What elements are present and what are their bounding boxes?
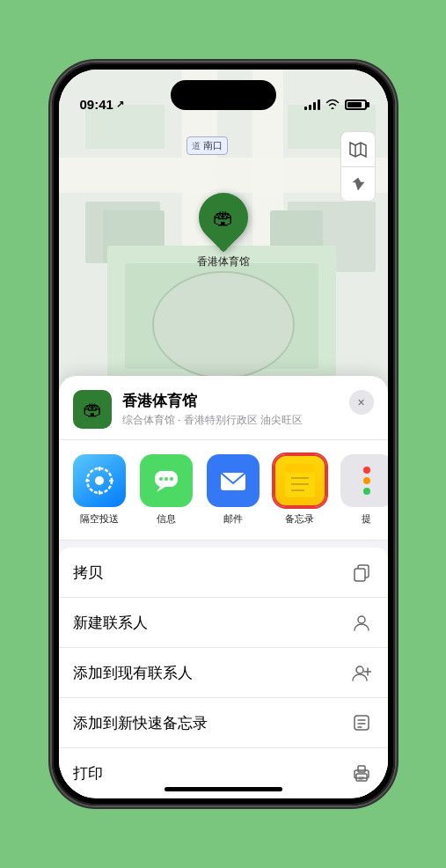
- phone-screen: 09:41 ↗: [59, 70, 388, 798]
- svg-point-33: [356, 666, 363, 673]
- more-dot-red: [363, 467, 370, 474]
- messages-icon-wrap: [140, 454, 193, 507]
- venue-subtitle: 综合体育馆 · 香港特别行政区 油尖旺区: [122, 413, 374, 428]
- location-arrow-icon: ↗: [116, 99, 124, 110]
- svg-marker-20: [157, 487, 165, 492]
- venue-header: 🏟 香港体育馆 综合体育馆 · 香港特别行政区 油尖旺区 ×: [59, 376, 388, 440]
- signal-bar-2: [309, 105, 311, 110]
- svg-rect-26: [285, 464, 315, 473]
- share-item-airdrop[interactable]: 隔空投送: [69, 454, 129, 526]
- location-marker: 🏟 香港体育馆: [197, 193, 250, 269]
- more-dot-green: [363, 488, 370, 495]
- marker-pin: 🏟: [188, 182, 258, 252]
- action-quick-note[interactable]: 添加到新快速备忘录: [59, 698, 388, 748]
- note-icon: [349, 710, 374, 735]
- action-add-existing[interactable]: 添加到现有联系人: [59, 648, 388, 698]
- share-item-notes[interactable]: 备忘录: [270, 454, 330, 526]
- time-display: 09:41: [80, 97, 113, 112]
- action-quick-note-text: 添加到新快速备忘录: [73, 713, 208, 733]
- home-indicator: [165, 787, 282, 791]
- phone-frame: 09:41 ↗: [52, 63, 395, 805]
- action-copy-text: 拷贝: [73, 563, 103, 583]
- road-label: 道 南口: [186, 136, 228, 155]
- marker-icon: 🏟: [213, 205, 234, 230]
- action-add-existing-text: 添加到现有联系人: [73, 663, 193, 683]
- messages-label: 信息: [157, 512, 176, 526]
- svg-point-23: [170, 477, 173, 481]
- share-row: 隔空投送 信息: [59, 440, 388, 541]
- status-icons: [304, 98, 367, 112]
- bottom-sheet: 🏟 香港体育馆 综合体育馆 · 香港特别行政区 油尖旺区 ×: [59, 376, 388, 798]
- battery-icon: [345, 99, 367, 110]
- map-view-btn[interactable]: [340, 131, 376, 166]
- person-add-icon: [349, 660, 374, 685]
- more-dot-orange: [363, 477, 370, 484]
- map-controls: [340, 131, 376, 202]
- signal-bar-3: [313, 102, 316, 110]
- signal-bars: [304, 99, 320, 110]
- dynamic-island: [171, 80, 276, 110]
- mail-icon-wrap: [207, 454, 260, 507]
- venue-icon: 🏟: [73, 390, 112, 429]
- action-new-contact[interactable]: 新建联系人: [59, 598, 388, 648]
- action-copy[interactable]: 拷贝: [59, 548, 388, 598]
- signal-bar-1: [304, 107, 307, 110]
- action-list: 拷贝 新建联系人: [59, 548, 388, 798]
- signal-bar-4: [318, 99, 320, 110]
- location-btn[interactable]: [340, 166, 376, 202]
- more-label: 提: [362, 512, 371, 526]
- wifi-icon: [325, 98, 340, 112]
- svg-point-14: [95, 476, 104, 485]
- printer-icon: [349, 761, 374, 785]
- share-item-more[interactable]: 提: [337, 454, 388, 526]
- airdrop-icon-wrap: [73, 454, 126, 507]
- svg-rect-31: [355, 569, 365, 581]
- mail-label: 邮件: [223, 512, 243, 526]
- share-item-messages[interactable]: 信息: [136, 454, 196, 526]
- svg-rect-1: [59, 158, 388, 193]
- share-item-mail[interactable]: 邮件: [203, 454, 263, 526]
- notes-icon-wrap: [274, 454, 326, 507]
- close-button[interactable]: ×: [349, 390, 374, 415]
- svg-point-21: [159, 477, 163, 481]
- more-icon-wrap: [340, 454, 388, 507]
- venue-info: 香港体育馆 综合体育馆 · 香港特别行政区 油尖旺区: [122, 391, 374, 428]
- battery-fill: [347, 102, 362, 107]
- action-new-contact-text: 新建联系人: [73, 613, 148, 633]
- svg-rect-41: [358, 766, 365, 772]
- person-icon: [349, 610, 374, 635]
- svg-point-32: [358, 616, 365, 623]
- action-print-text: 打印: [73, 763, 103, 783]
- road-label-text: 南口: [203, 140, 223, 151]
- notes-label: 备忘录: [285, 512, 314, 526]
- svg-point-22: [165, 477, 168, 481]
- copy-icon: [349, 560, 374, 585]
- airdrop-label: 隔空投送: [80, 512, 119, 526]
- venue-name: 香港体育馆: [122, 391, 374, 411]
- svg-point-12: [153, 272, 294, 378]
- marker-label: 香港体育馆: [197, 254, 250, 269]
- status-time: 09:41 ↗: [80, 97, 124, 112]
